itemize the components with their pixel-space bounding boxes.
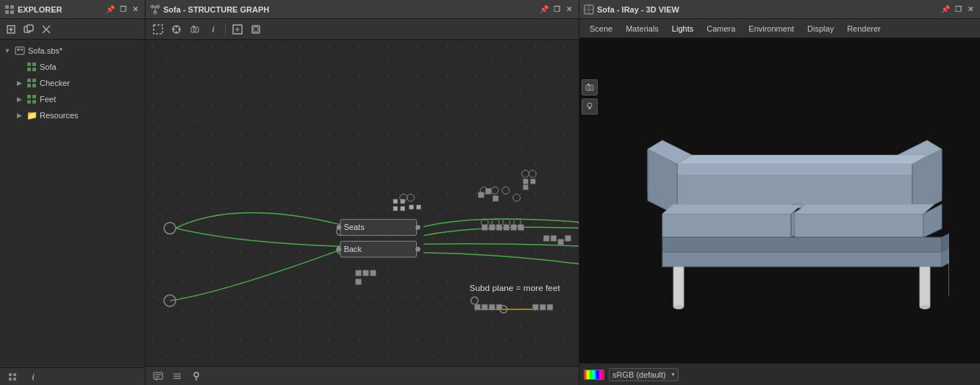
menu-lights[interactable]: Lights <box>666 23 699 35</box>
explorer-pin-btn[interactable]: 📌 <box>105 4 115 15</box>
svg-point-136 <box>920 305 930 309</box>
tree-expand-sofa-sbs[interactable]: ▼ <box>3 46 12 55</box>
tree-icon-resources: 📁 <box>26 109 37 121</box>
svg-rect-82 <box>558 239 564 245</box>
svg-point-67 <box>491 187 498 194</box>
svg-rect-18 <box>27 79 31 82</box>
graph-comment-btn[interactable] <box>150 368 166 384</box>
svg-point-103 <box>416 247 421 251</box>
graph-info-btn[interactable]: i <box>205 21 221 37</box>
svg-rect-86 <box>370 270 376 276</box>
tree-item-sofa-sbs[interactable]: ▼ Sofa.sbs* <box>0 43 145 59</box>
graph-align-btn[interactable] <box>169 368 185 384</box>
svg-rect-43 <box>193 26 195 27</box>
explorer-delete-btn[interactable] <box>38 21 54 37</box>
svg-point-60 <box>407 194 415 201</box>
svg-rect-14 <box>27 62 31 66</box>
svg-rect-85 <box>362 270 368 276</box>
view3d-close-btn[interactable]: ✕ <box>965 4 976 15</box>
graph-canvas[interactable]: Seats Back Mat_Fabric Mat_Feet Subd plan… <box>146 40 579 366</box>
graph-pin-node-btn[interactable] <box>188 368 204 384</box>
tree-label-sofa-sbs: Sofa.sbs* <box>28 46 62 55</box>
graph-title: Sofa - STRUCTURE GRAPH <box>163 5 269 14</box>
menu-materials[interactable]: Materials <box>620 23 665 35</box>
view3d-pin-btn[interactable]: 📌 <box>940 4 951 15</box>
graph-frame-btn[interactable] <box>248 21 264 37</box>
svg-rect-58 <box>401 206 405 211</box>
svg-rect-19 <box>32 79 36 82</box>
tree-expand-feet[interactable]: ▶ <box>15 95 24 104</box>
tree-label-resources: Resources <box>40 111 79 120</box>
view3d-maximize-btn[interactable]: ❐ <box>953 4 963 15</box>
view3d-titlebar-icons: 📌 ❐ ✕ <box>940 4 976 15</box>
svg-rect-83 <box>565 235 571 241</box>
explorer-maximize-btn[interactable]: ❐ <box>118 4 128 15</box>
svg-rect-84 <box>356 270 362 276</box>
explorer-duplicate-btn[interactable] <box>21 21 37 37</box>
tree-expand-resources[interactable]: ▶ <box>15 111 24 120</box>
svg-rect-91 <box>489 304 495 310</box>
tree-expand-checker[interactable]: ▶ <box>15 79 24 87</box>
graph-secondary-toolbar <box>146 366 579 385</box>
graph-select-btn[interactable] <box>150 21 166 37</box>
view3d-panel-icon <box>584 4 594 15</box>
svg-rect-8 <box>27 25 33 31</box>
svg-point-50 <box>164 295 176 306</box>
view3d-light-icon-btn[interactable] <box>582 98 598 115</box>
graph-close-btn[interactable]: ✕ <box>564 4 574 15</box>
color-profile-select-wrapper: sRGB (default) <box>609 368 679 381</box>
svg-rect-94 <box>540 304 546 310</box>
view3d-panel: Sofa - IRay - 3D VIEW 📌 ❐ ✕ Scene Materi… <box>579 0 980 385</box>
explorer-status-add-btn[interactable] <box>4 369 21 385</box>
tree-label-sofa: Sofa <box>40 62 57 71</box>
tree-expand-sofa <box>15 62 24 71</box>
graph-titlebar-icons: 📌 ❐ ✕ <box>539 4 574 15</box>
explorer-titlebar: EXPLORER 📌 ❐ ✕ <box>0 0 145 19</box>
graph-toolbar: i <box>146 19 579 40</box>
graph-pin-btn[interactable]: 📌 <box>539 4 549 15</box>
tree-label-feet: Feet <box>40 95 56 104</box>
svg-rect-65 <box>493 195 498 201</box>
explorer-new-btn[interactable] <box>3 21 19 37</box>
svg-rect-90 <box>482 304 487 310</box>
svg-rect-127 <box>587 84 590 85</box>
svg-rect-15 <box>32 62 36 66</box>
graph-camera-btn[interactable] <box>187 21 203 37</box>
svg-rect-133 <box>920 267 930 307</box>
svg-text:Seats: Seats <box>344 223 365 231</box>
menu-scene[interactable]: Scene <box>584 23 618 35</box>
svg-rect-92 <box>496 304 502 310</box>
svg-point-98 <box>337 226 341 230</box>
menu-display[interactable]: Display <box>801 23 840 35</box>
explorer-titlebar-icons: 📌 ❐ ✕ <box>105 4 140 15</box>
svg-rect-23 <box>32 95 36 98</box>
tree-item-resources[interactable]: ▶ 📁 Resources <box>0 107 145 123</box>
color-profile-select[interactable]: sRGB (default) <box>609 368 679 381</box>
tree-icon-sofa-sbs <box>14 45 26 57</box>
explorer-statusbar: i <box>0 367 145 385</box>
svg-rect-24 <box>27 100 31 104</box>
menu-environment[interactable]: Environment <box>743 23 800 35</box>
explorer-close-btn[interactable]: ✕ <box>130 4 140 15</box>
svg-point-68 <box>502 187 509 194</box>
tree-item-feet[interactable]: ▶ Feet <box>0 91 145 107</box>
view3d-camera-icon-btn[interactable] <box>582 79 598 96</box>
graph-pan-btn[interactable] <box>168 21 185 37</box>
menu-camera[interactable]: Camera <box>701 23 741 35</box>
svg-rect-61 <box>409 205 414 209</box>
svg-text:Back: Back <box>344 245 362 253</box>
tree-item-sofa[interactable]: Sofa <box>0 59 145 75</box>
svg-rect-95 <box>547 304 553 310</box>
tree-item-checker[interactable]: ▶ Checker <box>0 75 145 91</box>
graph-fit-btn[interactable] <box>229 21 246 37</box>
explorer-icon <box>4 4 15 15</box>
explorer-title-left: EXPLORER <box>4 4 62 15</box>
svg-rect-20 <box>27 84 31 87</box>
svg-rect-35 <box>154 25 162 34</box>
menu-renderer[interactable]: Renderer <box>841 23 887 35</box>
explorer-status-info-btn[interactable]: i <box>25 369 41 385</box>
graph-maximize-btn[interactable]: ❐ <box>551 4 562 15</box>
svg-rect-17 <box>32 68 36 71</box>
svg-rect-28 <box>9 378 12 381</box>
tree-icon-feet <box>26 93 37 105</box>
